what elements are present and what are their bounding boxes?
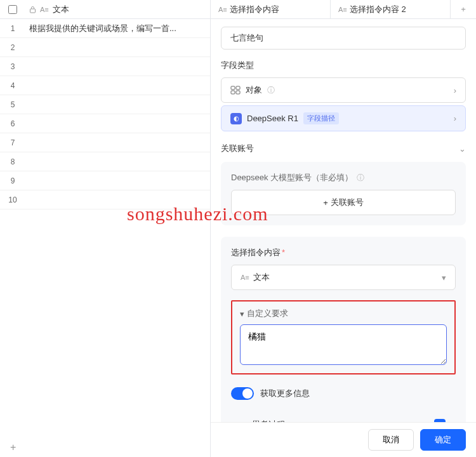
config-body: 七言绝句 字段类型 对象 ⓘ › ◐ DeepSeek R1 字段描径 › 关联…: [211, 19, 476, 457]
footer-bar: 取消 确定: [211, 422, 476, 457]
plus-icon: +: [323, 198, 328, 208]
svg-rect-1: [231, 86, 235, 89]
select-all-checkbox[interactable]: [8, 5, 17, 14]
cancel-button[interactable]: 取消: [368, 429, 414, 451]
row-number: 1: [0, 24, 25, 33]
table-row[interactable]: 3: [0, 57, 210, 76]
lock-icon: [29, 6, 36, 13]
table-row[interactable]: 5: [0, 95, 210, 114]
tab-label: 选择指令内容 2: [350, 4, 406, 15]
table-row[interactable]: 7: [0, 133, 210, 152]
more-info-label: 获取更多信息: [260, 388, 310, 399]
assoc-btn-label: 关联账号: [331, 197, 364, 208]
assoc-sub-text: Deepseek 大模型账号（非必填）: [231, 172, 353, 183]
assoc-account-panel: Deepseek 大模型账号（非必填） ⓘ + 关联账号: [221, 162, 466, 225]
instruction-value: 文本: [253, 272, 270, 283]
row-number: 2: [0, 43, 25, 52]
row-number: 7: [0, 138, 25, 147]
table-header: A≡ 文本: [0, 0, 210, 19]
field-type-object-row[interactable]: 对象 ⓘ ›: [221, 77, 466, 103]
chevron-right-icon: ›: [454, 114, 456, 123]
chevron-right-icon: ›: [454, 86, 456, 95]
table-row[interactable]: 10: [0, 190, 210, 209]
more-info-switch[interactable]: [231, 387, 254, 400]
tab-instruction-2[interactable]: A≡ 选择指令内容 2: [331, 0, 451, 18]
table-row[interactable]: 6: [0, 114, 210, 133]
svg-rect-2: [236, 86, 240, 89]
text-type-icon: A≡: [338, 6, 347, 13]
custom-requirement-section: ▾ 自定义要求: [231, 300, 456, 374]
chevron-down-icon: ⌄: [459, 144, 466, 154]
row-number: 8: [0, 157, 25, 166]
confirm-button[interactable]: 确定: [420, 429, 466, 451]
table-body: 1根据我提供的关键词或场景，编写一首...2345678910: [0, 19, 210, 438]
model-badge: 字段描径: [303, 112, 339, 124]
row-content: 根据我提供的关键词或场景，编写一首...: [25, 23, 210, 34]
custom-requirement-input[interactable]: [240, 324, 447, 365]
svg-rect-3: [231, 91, 235, 94]
row-number: 6: [0, 119, 25, 128]
custom-collapse-toggle[interactable]: ▾ 自定义要求: [240, 308, 447, 319]
select-all-cell[interactable]: [0, 5, 25, 14]
table-row[interactable]: 9: [0, 171, 210, 190]
object-icon: [230, 86, 241, 95]
assoc-sub-label: Deepseek 大模型账号（非必填） ⓘ: [231, 172, 456, 183]
row-number: 10: [0, 195, 25, 204]
text-type-icon: A≡: [218, 6, 227, 13]
model-name: DeepSeek R1: [247, 114, 298, 123]
tag-value: 七言绝句: [230, 33, 263, 43]
instruction-label: 选择指令内容*: [231, 247, 456, 258]
deepseek-icon: ◐: [230, 113, 242, 124]
svg-rect-0: [30, 9, 36, 13]
custom-label: 自定义要求: [247, 308, 288, 319]
svg-rect-4: [236, 91, 240, 94]
info-icon: ⓘ: [357, 173, 364, 183]
tabs-bar: A≡ 选择指令内容 A≡ 选择指令内容 2 +: [211, 0, 476, 19]
config-panel: A≡ 选择指令内容 A≡ 选择指令内容 2 + 七言绝句 字段类型 对象 ⓘ ›: [211, 0, 476, 457]
row-number: 4: [0, 81, 25, 90]
instruction-label-text: 选择指令内容: [231, 248, 281, 257]
more-info-row: 获取更多信息: [231, 387, 456, 400]
tag-display[interactable]: 七言绝句: [221, 27, 466, 50]
table-row[interactable]: 4: [0, 76, 210, 95]
data-table: A≡ 文本 1根据我提供的关键词或场景，编写一首...2345678910 +: [0, 0, 211, 457]
model-row[interactable]: ◐ DeepSeek R1 字段描径 ›: [221, 105, 466, 131]
add-tab-button[interactable]: +: [451, 0, 476, 18]
assoc-account-header[interactable]: 关联账号 ⌄: [221, 138, 466, 159]
instruction-select[interactable]: A≡ 文本 ▾: [231, 265, 456, 290]
info-icon: ⓘ: [267, 85, 275, 96]
row-number: 3: [0, 62, 25, 71]
caret-down-icon: ▾: [442, 273, 446, 282]
row-number: 9: [0, 176, 25, 185]
table-row[interactable]: 1根据我提供的关键词或场景，编写一首...: [0, 19, 210, 38]
column-header-label: 文本: [53, 4, 69, 15]
add-row-button[interactable]: +: [0, 438, 210, 457]
column-header-text[interactable]: A≡ 文本: [25, 4, 210, 15]
tab-instruction-1[interactable]: A≡ 选择指令内容: [211, 0, 331, 18]
assoc-account-label: 关联账号: [221, 143, 254, 154]
table-row[interactable]: 8: [0, 152, 210, 171]
field-type-label: 字段类型: [221, 60, 466, 71]
text-type-icon: A≡: [241, 274, 249, 281]
assoc-account-button[interactable]: + 关联账号: [231, 190, 456, 215]
table-row[interactable]: 2: [0, 38, 210, 57]
text-type-icon: A≡: [40, 6, 49, 13]
row-number: 5: [0, 100, 25, 109]
field-type-object-label: 对象: [246, 84, 262, 96]
tab-label: 选择指令内容: [230, 4, 279, 15]
caret-down-icon: ▾: [240, 309, 244, 319]
